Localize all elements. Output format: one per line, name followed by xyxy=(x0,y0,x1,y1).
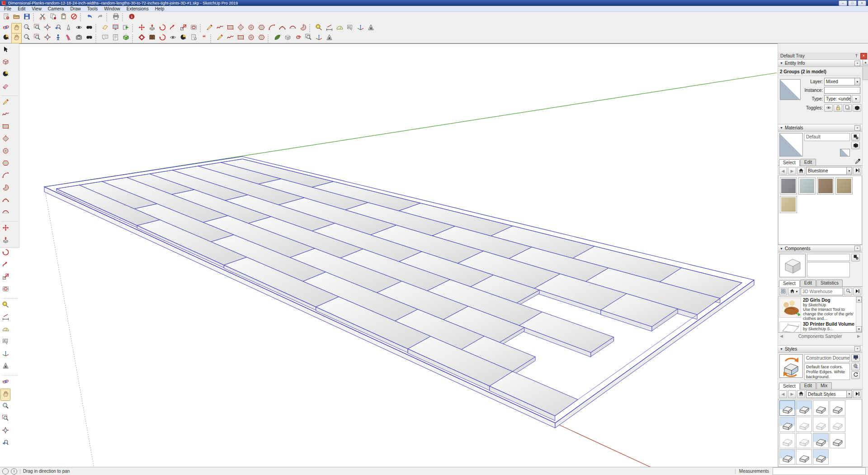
zoom-previous-button[interactable] xyxy=(0,437,10,450)
style-thumb-1[interactable] xyxy=(779,400,795,416)
camera-button[interactable] xyxy=(74,33,84,43)
eraser-button[interactable] xyxy=(0,81,10,93)
entity-info-header[interactable]: ▼ Entity Info × xyxy=(778,59,862,67)
orbit-button[interactable] xyxy=(0,376,10,389)
instance-field[interactable] xyxy=(824,87,860,94)
material-swatch-brown-stone[interactable] xyxy=(817,177,834,195)
shadows-button[interactable] xyxy=(168,33,178,43)
circle-button[interactable] xyxy=(246,23,256,33)
axes-button[interactable] xyxy=(0,348,10,361)
zoom-window-2-button[interactable] xyxy=(32,33,42,43)
menu-edit[interactable]: Edit xyxy=(14,6,28,12)
circle-button[interactable] xyxy=(0,146,10,158)
forward-arrow-button[interactable]: ▶ xyxy=(788,390,796,398)
freehand-button[interactable] xyxy=(215,23,225,33)
arc-button[interactable] xyxy=(267,23,277,33)
menu-extensions[interactable]: Extensions xyxy=(123,6,152,12)
sandbox-freehand-button[interactable] xyxy=(225,33,236,43)
pan-button[interactable] xyxy=(11,23,22,33)
styles-tab-mix[interactable]: Mix xyxy=(816,382,832,389)
style-thumb-13[interactable] xyxy=(779,449,795,465)
undo-button[interactable] xyxy=(85,12,95,23)
details-arrow-button[interactable] xyxy=(853,167,861,175)
extension-axes-button[interactable] xyxy=(314,33,324,43)
offset-button[interactable] xyxy=(0,284,10,296)
push-pull-button[interactable] xyxy=(0,235,10,247)
zoom-button[interactable] xyxy=(22,23,32,33)
extension-cube-button[interactable] xyxy=(283,33,293,43)
materials-close-button[interactable]: × xyxy=(854,125,860,131)
scene-monitor-button[interactable] xyxy=(110,23,121,33)
minimize-button[interactable]: – xyxy=(839,0,847,6)
home-button[interactable] xyxy=(797,167,805,175)
zoom-previous-button[interactable] xyxy=(53,23,63,33)
styles-header[interactable]: ▼ Styles × xyxy=(778,345,862,353)
sandbox-poly-button[interactable] xyxy=(256,33,267,43)
maximize-button[interactable]: □ xyxy=(848,0,857,6)
components-list-scrollbar[interactable]: ▲ ▼ xyxy=(856,297,862,332)
style-thumb-10[interactable] xyxy=(796,433,812,448)
two-point-arc-button[interactable] xyxy=(0,195,10,207)
rotated-rectangle-button[interactable] xyxy=(0,133,10,146)
scale-button[interactable] xyxy=(178,23,189,33)
pin-icon[interactable] xyxy=(854,53,859,59)
styles-tab-select[interactable]: Select xyxy=(779,383,800,390)
entity-info-close-button[interactable]: × xyxy=(854,61,860,66)
extension-leaf-button[interactable] xyxy=(272,33,283,43)
materials-browser-button[interactable] xyxy=(147,33,157,43)
instructor-button[interactable] xyxy=(100,33,110,43)
style-globe-button[interactable] xyxy=(851,363,860,370)
style-thumb-6[interactable] xyxy=(796,417,812,432)
search-icon-button[interactable] xyxy=(844,288,852,295)
zoom-extents-button[interactable] xyxy=(0,425,10,437)
styles-browser-button[interactable] xyxy=(157,33,168,43)
sample-paint-button[interactable] xyxy=(854,158,861,166)
look-around-button[interactable] xyxy=(74,23,84,33)
layer-combo[interactable]: Mixed ▼ xyxy=(824,78,860,86)
menu-tools[interactable]: Tools xyxy=(84,6,101,12)
tape-measure-button[interactable] xyxy=(0,299,10,312)
styles-details-button[interactable] xyxy=(853,390,861,398)
style-name-field[interactable]: Construction Documentation St xyxy=(804,354,850,362)
three-point-arc-button[interactable] xyxy=(288,23,298,33)
fog-button[interactable] xyxy=(178,33,189,43)
move-button[interactable] xyxy=(137,23,147,33)
tray-close-button[interactable]: × xyxy=(860,53,867,59)
push-pull-button[interactable] xyxy=(147,23,157,33)
back-arrow-button[interactable]: ◀ xyxy=(779,390,787,398)
menu-camera[interactable]: Camera xyxy=(45,6,67,12)
polygon-button[interactable] xyxy=(256,23,267,33)
walk-button[interactable] xyxy=(84,23,94,33)
back-arrow-button[interactable]: ◀ xyxy=(779,167,787,175)
component-edit-button[interactable] xyxy=(851,254,860,261)
style-thumb-4[interactable] xyxy=(830,400,845,416)
materials-header[interactable]: ▼ Materials × xyxy=(778,124,862,132)
components-tab-select[interactable]: Select xyxy=(779,280,800,287)
make-component-button[interactable] xyxy=(0,57,10,69)
type-combo[interactable]: Type: <undefined> xyxy=(824,95,851,103)
scroll-down-icon[interactable]: ▼ xyxy=(856,326,862,332)
extension-zoom-button[interactable] xyxy=(303,33,314,43)
line-button[interactable] xyxy=(204,23,215,33)
home-button[interactable] xyxy=(797,390,805,398)
move-button[interactable] xyxy=(0,223,10,235)
component-browser-button[interactable] xyxy=(121,33,131,43)
styles-close-button[interactable]: × xyxy=(854,346,860,352)
protractor-button[interactable] xyxy=(335,23,345,33)
new-button[interactable] xyxy=(1,12,11,23)
paint-bucket-button[interactable] xyxy=(0,69,10,81)
sandbox-line-button[interactable] xyxy=(215,33,225,43)
style-display-button[interactable] xyxy=(851,354,860,362)
3d-text-button[interactable]: A xyxy=(0,361,10,373)
scrollbar-thumb[interactable] xyxy=(863,66,868,80)
redo-button[interactable] xyxy=(95,12,105,23)
position-camera-button[interactable] xyxy=(63,23,74,33)
viewport-3d[interactable] xyxy=(19,43,778,467)
zoom-extents-2-button[interactable] xyxy=(42,33,53,43)
menu-help[interactable]: Help xyxy=(152,6,168,12)
paste-button[interactable] xyxy=(58,12,69,23)
material-display-button[interactable] xyxy=(851,142,860,149)
dimension-button[interactable] xyxy=(324,23,335,33)
freehand-button[interactable] xyxy=(0,109,10,121)
menu-window[interactable]: Window xyxy=(101,6,123,12)
